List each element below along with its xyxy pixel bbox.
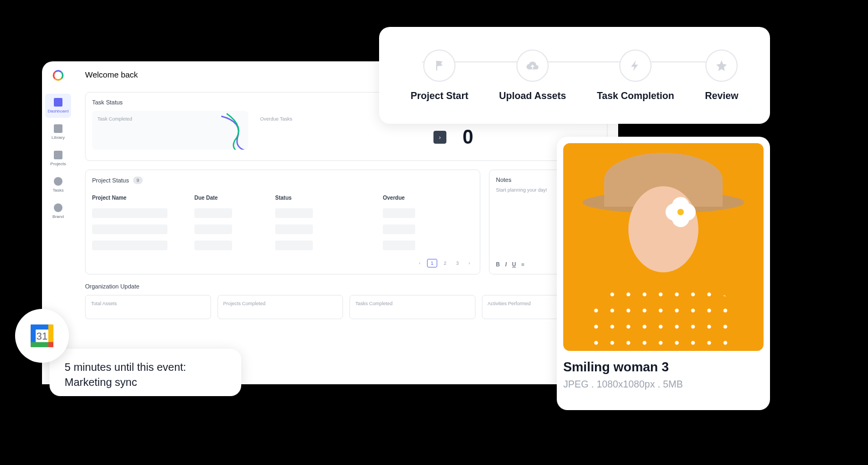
task-completed-box: Task Completed <box>92 111 248 150</box>
workflow-step-project-start: Project Start <box>411 50 468 102</box>
project-status-card: Project Status 9 Project Name Due Date S… <box>85 170 480 274</box>
table-row[interactable] <box>92 221 473 237</box>
svg-text:31: 31 <box>37 330 48 342</box>
page-3[interactable]: 3 <box>453 259 462 267</box>
skeleton-cell <box>194 241 232 250</box>
project-count-badge: 9 <box>133 177 142 184</box>
org-update-title: Organization Update <box>85 283 607 290</box>
list-button[interactable]: ≡ <box>521 262 524 267</box>
due-count: 0 <box>463 126 473 149</box>
pagination: ‹ 1 2 3 › <box>92 259 473 267</box>
workflow-step-review: Review <box>705 50 738 102</box>
google-calendar-icon: 31 <box>27 321 57 351</box>
workflow-step-task-completion: Task Completion <box>597 50 674 102</box>
col-overdue: Overdue <box>383 195 426 201</box>
skeleton-cell <box>383 208 415 218</box>
brand-icon <box>54 203 62 212</box>
skeleton-cell <box>383 241 415 250</box>
sidebar-item-projects[interactable]: Projects <box>45 146 71 171</box>
notification-text: 5 minutes until this event: Marketing sy… <box>65 360 226 390</box>
workflow-card: Project Start Upload Assets Task Complet… <box>379 27 770 124</box>
dashboard-icon <box>54 98 62 107</box>
page-1[interactable]: 1 <box>427 259 437 267</box>
flag-icon <box>423 50 456 82</box>
total-assets-card[interactable]: Total Assets <box>85 295 211 319</box>
project-status-title: Project Status <box>92 177 129 184</box>
bold-button[interactable]: B <box>496 262 500 267</box>
bolt-icon <box>619 50 652 82</box>
skeleton-cell <box>383 224 415 234</box>
underline-button[interactable]: U <box>512 262 516 267</box>
library-icon <box>54 124 62 133</box>
calendar-app-icon[interactable]: 31 <box>15 309 69 363</box>
table-row[interactable] <box>92 205 473 221</box>
workflow-step-upload-assets: Upload Assets <box>499 50 566 102</box>
app-logo <box>53 70 64 81</box>
skeleton-cell <box>275 241 313 250</box>
completion-chart <box>216 111 248 150</box>
page-next[interactable]: › <box>465 259 473 267</box>
col-status: Status <box>275 195 383 201</box>
col-project-name: Project Name <box>92 195 194 201</box>
organization-update-section: Organization Update Total Assets Project… <box>85 283 607 319</box>
asset-metadata: JPEG . 1080x1080px . 5MB <box>563 379 764 390</box>
sidebar-item-brand[interactable]: Brand <box>45 199 71 223</box>
sidebar-item-library[interactable]: Library <box>45 120 71 144</box>
skeleton-cell <box>194 224 232 234</box>
projects-icon <box>54 151 62 159</box>
table-row[interactable] <box>92 237 473 253</box>
sidebar-item-tasks[interactable]: Tasks <box>45 173 71 197</box>
asset-image <box>563 143 764 351</box>
cloud-upload-icon <box>516 50 549 82</box>
asset-preview-card[interactable]: Smiling woman 3 JPEG . 1080x1080px . 5MB <box>557 137 770 410</box>
due-next-button[interactable]: › <box>433 131 446 144</box>
star-icon <box>705 50 738 82</box>
col-due-date: Due Date <box>194 195 275 201</box>
tasks-icon <box>54 177 62 186</box>
svg-rect-5 <box>48 342 53 347</box>
sidebar-item-dashboard[interactable]: Dashboard <box>45 94 71 118</box>
italic-button[interactable]: I <box>505 262 507 267</box>
skeleton-cell <box>194 208 232 218</box>
tasks-completed-card[interactable]: Tasks Completed <box>349 295 475 319</box>
skeleton-cell <box>275 208 313 218</box>
calendar-notification[interactable]: 5 minutes until this event: Marketing sy… <box>50 349 241 396</box>
skeleton-cell <box>92 224 167 234</box>
asset-title: Smiling woman 3 <box>563 360 764 375</box>
projects-completed-card[interactable]: Projects Completed <box>218 295 344 319</box>
skeleton-cell <box>92 208 167 218</box>
skeleton-cell <box>92 241 167 250</box>
table-header: Project Name Due Date Status Overdue <box>92 191 473 205</box>
skeleton-cell <box>275 224 313 234</box>
page-2[interactable]: 2 <box>440 259 450 267</box>
page-prev[interactable]: ‹ <box>416 259 424 267</box>
